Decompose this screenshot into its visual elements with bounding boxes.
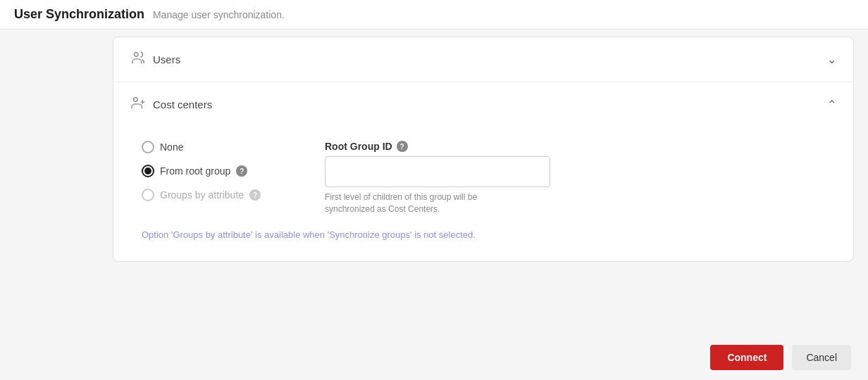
option-none[interactable]: None <box>142 141 283 153</box>
root-group-area: Root Group ID ? First level of children … <box>325 141 550 215</box>
root-group-id-help-icon[interactable]: ? <box>397 141 408 152</box>
option-from-root-group-label: From root group <box>160 165 230 177</box>
option-none-label: None <box>160 141 183 153</box>
cost-centers-chevron-up-icon: ⌃ <box>827 98 836 111</box>
users-section: Users ⌄ <box>113 37 853 82</box>
groups-by-attribute-help-icon: ? <box>249 189 261 201</box>
cost-centers-section-label: Cost centers <box>153 99 212 110</box>
radio-groups-by-attribute-circle <box>142 189 154 201</box>
root-group-id-hint: First level of children of this group wi… <box>325 191 522 215</box>
users-icon <box>130 50 146 69</box>
attribute-notice: Option 'Groups by attribute' is availabl… <box>142 229 825 240</box>
page-subtitle: Manage user synchronization. <box>153 9 285 20</box>
connect-button[interactable]: Connect <box>710 345 783 370</box>
svg-point-1 <box>134 98 138 102</box>
option-groups-by-attribute-label: Groups by attribute <box>160 189 244 201</box>
radio-options: None From root group ? Groups by attribu… <box>142 141 283 201</box>
cost-centers-icon <box>130 95 146 114</box>
users-section-left: Users <box>130 50 180 69</box>
root-group-id-label: Root Group ID ? <box>325 141 550 152</box>
cost-centers-section-header[interactable]: Cost centers ⌃ <box>113 82 853 127</box>
sync-card: Users ⌄ Cost centers <box>113 37 854 262</box>
page-title: User Synchronization <box>14 7 144 22</box>
users-chevron-down-icon: ⌄ <box>827 53 836 66</box>
option-groups-by-attribute: Groups by attribute ? <box>142 189 283 201</box>
cancel-button[interactable]: Cancel <box>792 345 851 370</box>
option-from-root-group[interactable]: From root group ? <box>142 165 283 177</box>
page-header: User Synchronization Manage user synchro… <box>0 0 868 30</box>
users-section-header[interactable]: Users ⌄ <box>113 37 853 82</box>
footer: Connect Cancel <box>0 335 868 380</box>
from-root-group-help-icon[interactable]: ? <box>236 165 247 177</box>
svg-point-0 <box>135 53 139 57</box>
main-content: Users ⌄ Cost centers <box>0 30 868 335</box>
radio-from-root-group-circle[interactable] <box>142 165 154 177</box>
radio-none-circle[interactable] <box>142 141 154 153</box>
root-group-id-input[interactable] <box>325 156 550 187</box>
cost-centers-section-left: Cost centers <box>130 95 212 114</box>
options-area: None From root group ? Groups by attribu… <box>142 141 825 215</box>
cost-centers-body: None From root group ? Groups by attribu… <box>113 127 853 261</box>
users-section-label: Users <box>153 53 180 65</box>
cost-centers-section: Cost centers ⌃ None <box>113 82 853 261</box>
